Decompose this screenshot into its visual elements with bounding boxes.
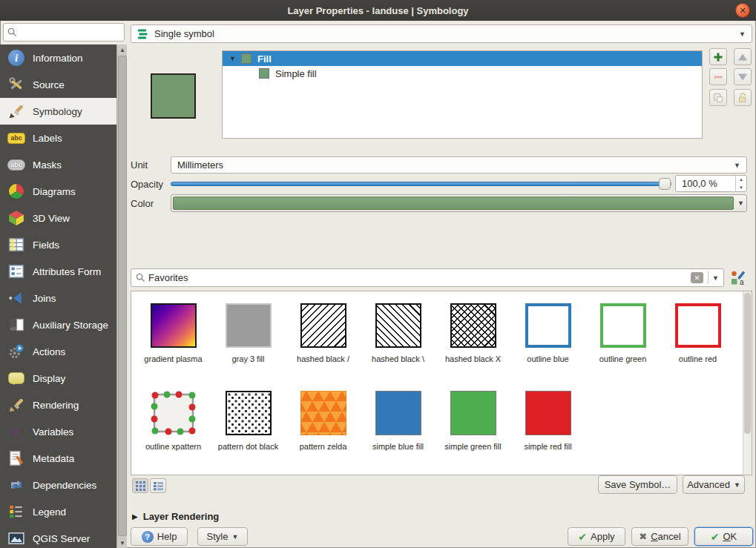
style-manager-icon: a: [730, 270, 746, 286]
symbol-item-hashed-black-x[interactable]: hashed black X: [435, 296, 510, 383]
sidebar-item-masks[interactable]: abc Masks: [0, 151, 116, 178]
browser-scrollbar-thumb[interactable]: [744, 293, 751, 434]
sidebar-item-labels[interactable]: abc Labels: [0, 125, 116, 151]
tree-row-simple-fill[interactable]: Simple fill: [223, 66, 702, 81]
sidebar-search[interactable]: [3, 23, 125, 42]
symbol-item-simple-red-fill[interactable]: simple red fill: [510, 383, 585, 471]
slider-fill: [171, 182, 660, 186]
help-button[interactable]: ? Help: [131, 527, 188, 546]
symbol-item-outline-xpattern[interactable]: outline xpattern: [136, 383, 211, 471]
chevron-down-icon: ▼: [739, 30, 746, 38]
sidebar-item-fields[interactable]: Fields: [0, 231, 116, 258]
icon-view-button[interactable]: [132, 478, 148, 493]
unit-combobox[interactable]: Millimeters ▼: [171, 156, 747, 174]
ok-button[interactable]: ✔ OK: [694, 527, 753, 546]
symbol-item-pattern-dot-black[interactable]: pattern dot black: [211, 383, 286, 471]
sidebar-item-metadata[interactable]: Metadata: [0, 445, 116, 472]
opacity-slider[interactable]: [171, 177, 672, 191]
symbol-item-outline-green[interactable]: outline green: [585, 296, 660, 383]
sidebar-scrollbar[interactable]: ▲ ▼: [116, 44, 127, 548]
spin-down-icon[interactable]: ▼: [736, 184, 746, 192]
renderer-combobox[interactable]: Single symbol ▼: [131, 24, 752, 43]
symbology-icon: [7, 102, 25, 120]
titlebar[interactable]: Layer Properties - landuse | Symbology ✕: [0, 0, 756, 21]
symbol-swatch: [151, 391, 197, 435]
fields-icon: [7, 236, 25, 254]
tree-row-fill[interactable]: ▼ Fill: [223, 51, 702, 66]
close-window-button[interactable]: ✕: [735, 3, 750, 18]
list-view-button[interactable]: [150, 478, 166, 493]
duplicate-symbol-layer-button[interactable]: [709, 89, 727, 106]
symbol-item-simple-blue-fill[interactable]: simple blue fill: [361, 383, 435, 471]
sidebar-item-information[interactable]: i Information: [0, 44, 116, 71]
symbol-swatch: [450, 391, 496, 435]
sidebar-item-variables[interactable]: ε Variables: [0, 418, 116, 445]
opacity-spinbox[interactable]: 100,0 % ▲ ▼: [675, 175, 747, 192]
unit-label: Unit: [131, 159, 148, 171]
symbol-item-gray-3-fill[interactable]: gray 3 fill: [211, 296, 286, 383]
symbol-item-outline-blue[interactable]: outline blue: [510, 296, 585, 383]
clear-filter-button[interactable]: ✕: [691, 272, 703, 283]
sidebar-item-dependencies[interactable]: Dependencies: [0, 472, 116, 498]
symbol-swatch: [226, 391, 272, 435]
symbol-swatch: [226, 303, 272, 348]
layer-rendering-section[interactable]: ▶ Layer Rendering: [132, 511, 219, 522]
symbol-item-hashed-black-slash[interactable]: hashed black /: [286, 296, 361, 383]
collapse-icon[interactable]: ▼: [229, 55, 237, 62]
spin-up-icon[interactable]: ▲: [736, 176, 746, 184]
scroll-up-icon[interactable]: ▲: [117, 44, 128, 55]
symbol-item-gradient-plasma[interactable]: gradient plasma: [136, 296, 211, 383]
move-up-button[interactable]: [734, 48, 752, 65]
joins-icon: [7, 289, 25, 307]
sidebar-item-symbology[interactable]: Symbology: [0, 98, 116, 125]
move-down-button[interactable]: [734, 68, 752, 85]
diagrams-icon: [7, 182, 25, 200]
slider-handle[interactable]: [659, 178, 671, 190]
symbol-item-pattern-zelda[interactable]: pattern zelda: [286, 383, 361, 471]
expand-icon: ▶: [132, 512, 138, 521]
sidebar-item-display[interactable]: Display: [0, 365, 116, 392]
browser-scrollbar[interactable]: [743, 291, 752, 475]
chevron-down-icon[interactable]: ▼: [735, 195, 746, 211]
attributes-form-icon: [7, 263, 25, 280]
sidebar-search-input[interactable]: [20, 27, 109, 38]
apply-button[interactable]: ✔ Apply: [568, 527, 625, 546]
sidebar-scrollbar-thumb[interactable]: [118, 56, 127, 536]
symbol-swatch: [300, 391, 346, 435]
sidebar-item-legend[interactable]: Legend: [0, 498, 116, 525]
remove-symbol-layer-button[interactable]: [709, 68, 727, 85]
symbol-filter[interactable]: ✕ ▼: [131, 268, 724, 287]
sidebar-item-3d-view[interactable]: 3D View: [0, 205, 116, 231]
sidebar-item-attributes-form[interactable]: Attributes Form: [0, 258, 116, 285]
opacity-value: 100,0 %: [682, 178, 717, 189]
sidebar-item-rendering[interactable]: Rendering: [0, 392, 116, 418]
save-symbol-button[interactable]: Save Symbol…: [598, 475, 677, 494]
sidebar-item-actions[interactable]: Actions: [0, 338, 116, 365]
cancel-button[interactable]: ✖ Cancel: [631, 527, 688, 546]
lock-color-button[interactable]: [734, 89, 752, 106]
style-manager-button[interactable]: a: [730, 270, 746, 286]
color-swatch: [173, 197, 734, 210]
sidebar-item-source[interactable]: Source: [0, 71, 116, 98]
symbol-item-outline-red[interactable]: outline red: [660, 296, 735, 383]
symbol-filter-input[interactable]: [148, 272, 691, 283]
advanced-button[interactable]: Advanced ▼: [683, 475, 745, 494]
cross-icon: ✖: [639, 531, 647, 542]
symbol-item-simple-green-fill[interactable]: simple green fill: [435, 383, 510, 471]
sidebar-item-joins[interactable]: Joins: [0, 285, 116, 311]
color-button[interactable]: ▼: [171, 194, 747, 212]
arrow-up-icon: [737, 51, 749, 63]
symbol-browser: gradient plasma gray 3 fill hashed black…: [131, 291, 752, 475]
search-icon: [136, 273, 145, 283]
add-symbol-layer-button[interactable]: [709, 48, 727, 65]
list-view-icon: [154, 481, 163, 491]
sidebar-item-qgis-server[interactable]: QGIS Server: [0, 525, 116, 548]
help-icon: ?: [142, 531, 154, 543]
checkmark-icon: ✔: [711, 531, 720, 543]
scroll-down-icon[interactable]: ▼: [117, 538, 128, 548]
style-button[interactable]: Style ▼: [197, 527, 248, 546]
sidebar-item-diagrams[interactable]: Diagrams: [0, 178, 116, 205]
filter-dropdown-icon[interactable]: ▼: [712, 274, 719, 282]
symbol-item-hashed-black-backslash[interactable]: hashed black \: [361, 296, 435, 383]
sidebar-item-auxiliary-storage[interactable]: Auxiliary Storage: [0, 311, 116, 338]
